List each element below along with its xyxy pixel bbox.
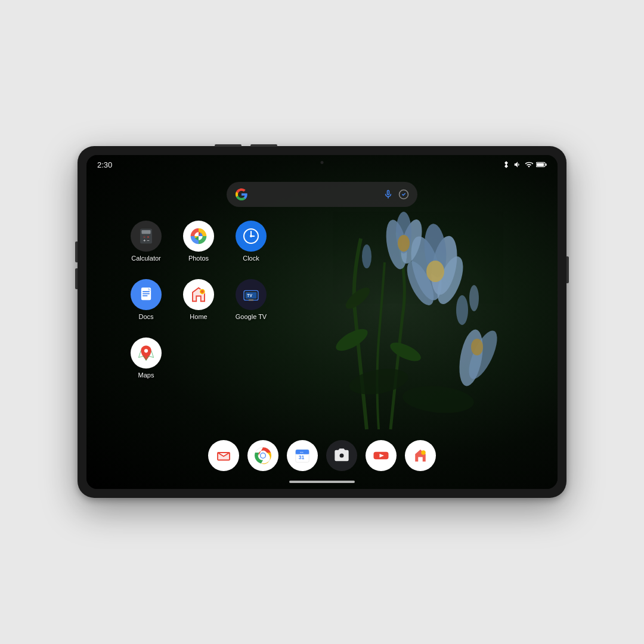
volume-up-button[interactable] [75,242,78,262]
photos-icon [183,221,214,252]
app-item-clock[interactable]: Clock [227,221,275,274]
clock-icon [236,221,267,252]
calculator-icon: ÷ × + − [131,221,162,252]
svg-rect-22 [537,163,544,166]
svg-point-20 [401,383,475,416]
tablet-device: 2:30 [78,146,566,498]
home-indicator[interactable] [289,481,355,483]
home-icon [183,279,214,310]
svg-rect-37 [143,293,150,295]
svg-point-14 [456,295,468,325]
app-item-calculator[interactable]: ÷ × + − Calculator [122,221,170,274]
svg-point-62 [421,450,426,455]
dock-item-youtube[interactable] [366,440,397,471]
google-lens-icon[interactable] [398,189,409,200]
clock-label: Clock [243,255,259,262]
dock-item-gmail[interactable] [208,440,239,471]
svg-rect-26 [142,230,151,234]
maps-label: Maps [138,371,154,379]
status-time: 2:30 [97,160,112,169]
googletv-icon: TV [236,279,267,310]
volume-icon [513,160,522,169]
svg-text:31: 31 [299,454,305,460]
mic-icon[interactable] [383,189,394,200]
svg-point-15 [469,285,479,311]
svg-rect-38 [143,295,147,296]
bluetooth-icon [502,160,510,169]
svg-rect-55 [296,453,309,454]
docs-icon [131,279,162,310]
app-grid: ÷ × + − Calculator [122,221,275,391]
svg-point-51 [261,453,265,458]
svg-point-57 [340,454,344,458]
wifi-icon [525,160,533,169]
svg-point-0 [333,325,371,355]
photos-label: Photos [188,255,209,262]
dock: 31 31 [208,440,436,471]
tablet-screen: 2:30 [86,155,558,489]
calculator-label: Calculator [131,255,161,262]
svg-rect-36 [143,291,150,292]
search-right-icons [383,189,409,200]
status-bar: 2:30 [86,155,558,174]
dock-item-chrome[interactable] [247,440,278,471]
power-button[interactable] [566,256,569,283]
google-logo [235,188,248,201]
svg-point-19 [347,365,410,399]
svg-point-8 [426,261,444,282]
home-label: Home [190,313,207,320]
battery-icon [536,160,547,169]
usb-button-2 [250,144,277,147]
status-icons [502,160,547,169]
svg-rect-23 [546,163,547,166]
dock-item-camera[interactable] [326,440,357,471]
svg-text:TV: TV [247,293,252,298]
search-bar[interactable] [227,182,417,207]
volume-down-button[interactable] [75,268,78,289]
wallpaper-flowers [259,191,510,441]
svg-point-1 [388,339,423,365]
app-item-maps[interactable]: Maps [122,338,170,391]
dock-item-calendar[interactable]: 31 31 [287,440,318,471]
svg-text:−: − [147,238,150,243]
svg-point-2 [342,284,373,312]
app-item-googletv[interactable]: TV Google TV [227,279,275,333]
app-item-home[interactable]: Home [175,279,222,333]
dock-item-googlehome[interactable] [405,440,436,471]
app-item-photos[interactable]: Photos [175,221,222,274]
svg-text:+: + [143,238,146,243]
maps-icon [131,338,162,369]
usb-button-1 [215,144,242,147]
svg-point-18 [471,339,483,355]
app-item-docs[interactable]: Docs [122,279,170,333]
googletv-label: Google TV [236,313,267,320]
docs-label: Docs [138,313,153,320]
svg-point-12 [398,235,410,252]
svg-point-13 [362,244,371,268]
svg-point-45 [144,349,148,352]
